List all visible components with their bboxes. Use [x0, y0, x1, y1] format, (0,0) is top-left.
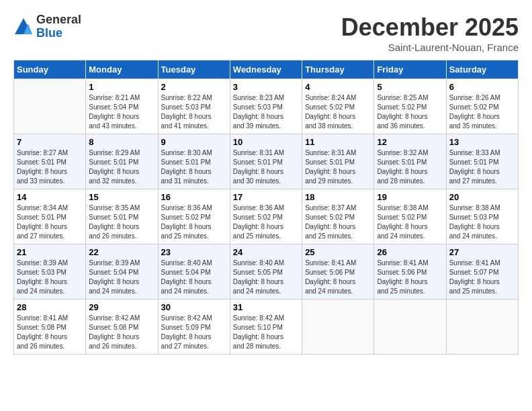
day-info: Sunrise: 8:41 AMSunset: 5:07 PMDaylight:… [449, 259, 515, 296]
day-info: Sunrise: 8:41 AMSunset: 5:06 PMDaylight:… [377, 259, 443, 296]
calendar-day-cell: 29Sunrise: 8:42 AMSunset: 5:08 PMDayligh… [86, 300, 158, 355]
day-number: 27 [449, 247, 515, 257]
calendar-day-cell: 27Sunrise: 8:41 AMSunset: 5:07 PMDayligh… [446, 244, 518, 300]
day-info: Sunrise: 8:40 AMSunset: 5:04 PMDaylight:… [161, 259, 227, 296]
calendar-day-cell: 10Sunrise: 8:31 AMSunset: 5:01 PMDayligh… [230, 134, 302, 189]
day-number: 14 [17, 192, 83, 202]
calendar-day-cell: 5Sunrise: 8:25 AMSunset: 5:02 PMDaylight… [374, 79, 446, 134]
day-number: 1 [89, 82, 154, 92]
day-number: 3 [233, 82, 299, 92]
calendar-day-cell: 11Sunrise: 8:31 AMSunset: 5:01 PMDayligh… [302, 134, 374, 189]
day-number: 29 [89, 302, 154, 312]
day-number: 30 [161, 302, 227, 312]
day-info: Sunrise: 8:37 AMSunset: 5:02 PMDaylight:… [305, 203, 371, 241]
calendar-day-cell: 1Sunrise: 8:21 AMSunset: 5:04 PMDaylight… [86, 79, 158, 134]
day-number: 6 [449, 82, 515, 92]
location-subtitle: Saint-Laurent-Nouan, France [341, 42, 519, 53]
day-info: Sunrise: 8:42 AMSunset: 5:08 PMDaylight:… [89, 314, 154, 351]
calendar-day-cell [446, 300, 518, 355]
day-number: 10 [233, 137, 299, 147]
day-info: Sunrise: 8:21 AMSunset: 5:04 PMDaylight:… [89, 93, 154, 131]
day-info: Sunrise: 8:29 AMSunset: 5:01 PMDaylight:… [89, 148, 154, 186]
day-info: Sunrise: 8:41 AMSunset: 5:08 PMDaylight:… [17, 314, 83, 351]
calendar-day-cell: 12Sunrise: 8:32 AMSunset: 5:01 PMDayligh… [374, 134, 446, 189]
calendar-day-cell: 21Sunrise: 8:39 AMSunset: 5:03 PMDayligh… [14, 244, 86, 300]
day-info: Sunrise: 8:42 AMSunset: 5:10 PMDaylight:… [233, 314, 299, 351]
calendar-day-cell: 7Sunrise: 8:27 AMSunset: 5:01 PMDaylight… [14, 134, 86, 189]
calendar-day-cell: 4Sunrise: 8:24 AMSunset: 5:02 PMDaylight… [302, 79, 374, 134]
day-number: 11 [305, 137, 371, 147]
day-info: Sunrise: 8:33 AMSunset: 5:01 PMDaylight:… [449, 148, 515, 186]
calendar-day-cell: 9Sunrise: 8:30 AMSunset: 5:01 PMDaylight… [158, 134, 230, 189]
calendar-day-cell: 8Sunrise: 8:29 AMSunset: 5:01 PMDaylight… [86, 134, 158, 189]
day-info: Sunrise: 8:23 AMSunset: 5:03 PMDaylight:… [233, 93, 299, 131]
calendar-day-cell: 3Sunrise: 8:23 AMSunset: 5:03 PMDaylight… [230, 79, 302, 134]
day-info: Sunrise: 8:38 AMSunset: 5:02 PMDaylight:… [377, 203, 443, 241]
day-number: 25 [305, 247, 371, 257]
day-number: 26 [377, 247, 443, 257]
day-info: Sunrise: 8:34 AMSunset: 5:01 PMDaylight:… [17, 203, 83, 241]
day-info: Sunrise: 8:22 AMSunset: 5:03 PMDaylight:… [161, 93, 227, 131]
day-number: 13 [449, 137, 515, 147]
calendar-week-row: 21Sunrise: 8:39 AMSunset: 5:03 PMDayligh… [14, 244, 519, 300]
day-number: 12 [377, 137, 443, 147]
calendar-day-cell: 13Sunrise: 8:33 AMSunset: 5:01 PMDayligh… [446, 134, 518, 189]
logo: General Blue [13, 13, 81, 40]
day-of-week-header: Friday [374, 60, 446, 79]
header: General Blue December 2025 Saint-Laurent… [13, 13, 519, 53]
title-area: December 2025 Saint-Laurent-Nouan, Franc… [341, 13, 519, 53]
calendar-day-cell: 20Sunrise: 8:38 AMSunset: 5:03 PMDayligh… [446, 189, 518, 244]
logo-general-text: General [36, 13, 81, 27]
day-of-week-header: Monday [86, 60, 158, 79]
day-number: 8 [89, 137, 154, 147]
day-info: Sunrise: 8:36 AMSunset: 5:02 PMDaylight:… [161, 203, 227, 241]
calendar-week-row: 7Sunrise: 8:27 AMSunset: 5:01 PMDaylight… [14, 134, 519, 189]
calendar-day-cell [374, 300, 446, 355]
day-number: 7 [17, 137, 83, 147]
day-info: Sunrise: 8:38 AMSunset: 5:03 PMDaylight:… [449, 203, 515, 241]
day-info: Sunrise: 8:36 AMSunset: 5:02 PMDaylight:… [233, 203, 299, 241]
calendar-day-cell: 24Sunrise: 8:40 AMSunset: 5:05 PMDayligh… [230, 244, 302, 300]
calendar-week-row: 14Sunrise: 8:34 AMSunset: 5:01 PMDayligh… [14, 189, 519, 244]
calendar-body: 1Sunrise: 8:21 AMSunset: 5:04 PMDaylight… [14, 79, 519, 355]
day-info: Sunrise: 8:40 AMSunset: 5:05 PMDaylight:… [233, 259, 299, 296]
logo-blue-text: Blue [36, 27, 81, 40]
day-info: Sunrise: 8:39 AMSunset: 5:03 PMDaylight:… [17, 259, 83, 296]
day-info: Sunrise: 8:27 AMSunset: 5:01 PMDaylight:… [17, 148, 83, 186]
day-info: Sunrise: 8:41 AMSunset: 5:06 PMDaylight:… [305, 259, 371, 296]
day-info: Sunrise: 8:31 AMSunset: 5:01 PMDaylight:… [305, 148, 371, 186]
day-info: Sunrise: 8:39 AMSunset: 5:04 PMDaylight:… [89, 259, 154, 296]
day-number: 15 [89, 192, 154, 202]
calendar-day-cell: 19Sunrise: 8:38 AMSunset: 5:02 PMDayligh… [374, 189, 446, 244]
calendar-day-cell: 26Sunrise: 8:41 AMSunset: 5:06 PMDayligh… [374, 244, 446, 300]
calendar-day-cell [302, 300, 374, 355]
day-of-week-header: Saturday [446, 60, 518, 79]
day-number: 28 [17, 302, 83, 312]
calendar-week-row: 28Sunrise: 8:41 AMSunset: 5:08 PMDayligh… [14, 300, 519, 355]
day-number: 16 [161, 192, 227, 202]
calendar-day-cell: 31Sunrise: 8:42 AMSunset: 5:10 PMDayligh… [230, 300, 302, 355]
calendar-day-cell: 14Sunrise: 8:34 AMSunset: 5:01 PMDayligh… [14, 189, 86, 244]
day-number: 5 [377, 82, 443, 92]
day-number: 21 [17, 247, 83, 257]
calendar-day-cell: 15Sunrise: 8:35 AMSunset: 5:01 PMDayligh… [86, 189, 158, 244]
calendar-day-cell: 28Sunrise: 8:41 AMSunset: 5:08 PMDayligh… [14, 300, 86, 355]
day-info: Sunrise: 8:26 AMSunset: 5:02 PMDaylight:… [449, 93, 515, 131]
calendar-table: SundayMondayTuesdayWednesdayThursdayFrid… [13, 60, 519, 355]
calendar-day-cell: 22Sunrise: 8:39 AMSunset: 5:04 PMDayligh… [86, 244, 158, 300]
day-of-week-header: Sunday [14, 60, 86, 79]
day-info: Sunrise: 8:35 AMSunset: 5:01 PMDaylight:… [89, 203, 154, 241]
day-of-week-header: Wednesday [230, 60, 302, 79]
day-number: 22 [89, 247, 154, 257]
calendar-day-cell: 23Sunrise: 8:40 AMSunset: 5:04 PMDayligh… [158, 244, 230, 300]
day-info: Sunrise: 8:30 AMSunset: 5:01 PMDaylight:… [161, 148, 227, 186]
day-info: Sunrise: 8:32 AMSunset: 5:01 PMDaylight:… [377, 148, 443, 186]
day-number: 23 [161, 247, 227, 257]
day-number: 31 [233, 302, 299, 312]
calendar-day-cell: 16Sunrise: 8:36 AMSunset: 5:02 PMDayligh… [158, 189, 230, 244]
day-number: 4 [305, 82, 371, 92]
day-number: 18 [305, 192, 371, 202]
day-of-week-header: Tuesday [158, 60, 230, 79]
calendar-day-cell: 6Sunrise: 8:26 AMSunset: 5:02 PMDaylight… [446, 79, 518, 134]
calendar-header: SundayMondayTuesdayWednesdayThursdayFrid… [14, 60, 519, 79]
